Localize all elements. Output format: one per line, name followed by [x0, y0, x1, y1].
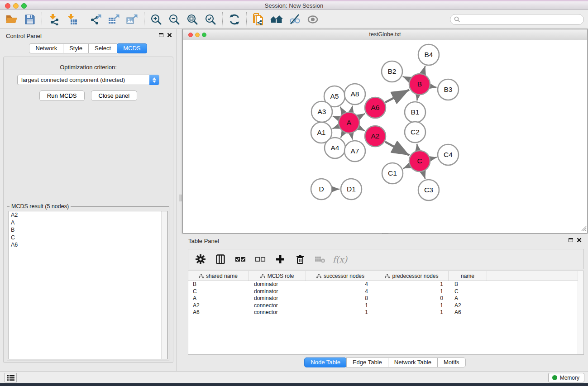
graph-node-A8[interactable]: A8 [344, 84, 365, 105]
table-cell[interactable]: B [449, 281, 487, 288]
home-layout-icon[interactable] [268, 11, 286, 28]
edge-C-C1[interactable] [403, 166, 409, 168]
vertical-splitter-handle[interactable] [179, 195, 182, 201]
column-header-MCDS-role[interactable]: MCDS role [249, 271, 306, 281]
table-cell[interactable]: 1 [306, 309, 375, 316]
zoom-in-icon[interactable] [147, 11, 165, 28]
result-scrollbar[interactable] [161, 211, 167, 359]
edge-A-A8[interactable] [351, 105, 353, 111]
graph-node-C4[interactable]: C4 [438, 144, 459, 165]
graph-node-A4[interactable]: A4 [325, 138, 345, 158]
tab-mcds[interactable]: MCDS [117, 43, 147, 53]
import-table-icon[interactable] [63, 11, 81, 28]
task-history-button[interactable] [5, 373, 17, 382]
graph-node-D[interactable]: D [311, 179, 332, 200]
graph-node-D1[interactable]: D1 [341, 179, 362, 200]
column-header-name[interactable]: name [449, 271, 487, 281]
table-row[interactable]: A2connector11A2 [188, 302, 583, 310]
tab-network[interactable]: Network [29, 43, 63, 53]
edge-A-A3[interactable] [333, 116, 339, 119]
table-cell[interactable]: 8 [306, 295, 375, 302]
edge-A-A1[interactable] [332, 126, 338, 129]
tab-style[interactable]: Style [63, 43, 89, 53]
table-cell[interactable]: 1 [375, 309, 449, 316]
edge-A6-B[interactable] [385, 90, 409, 102]
table-cell[interactable]: 1 [306, 302, 375, 310]
column-header-successor-nodes[interactable]: successor nodes [306, 271, 375, 281]
export-table-icon[interactable] [105, 11, 123, 28]
graph-node-A2[interactable]: A2 [365, 126, 386, 147]
graph-node-A[interactable]: A [339, 112, 359, 133]
export-network-icon[interactable] [87, 11, 105, 28]
memory-button[interactable]: Memory [548, 373, 584, 382]
edge-B-B4[interactable] [423, 66, 425, 73]
tab-select[interactable]: Select [88, 43, 117, 53]
table-cell[interactable]: dominator [249, 295, 306, 302]
graph-node-A6[interactable]: A6 [365, 97, 386, 118]
refresh-icon[interactable] [225, 11, 244, 28]
zoom-selected-icon[interactable] [201, 11, 220, 28]
edge-A-A7[interactable] [351, 133, 353, 139]
table-row[interactable]: A6connector11A6 [188, 309, 583, 316]
graph-node-C[interactable]: C [409, 151, 430, 172]
add-row-icon[interactable] [272, 252, 288, 267]
edge-B-B3[interactable] [431, 86, 437, 87]
table-cell[interactable]: connector [249, 302, 306, 310]
table-cell[interactable]: 1 [375, 288, 449, 295]
edge-C-C4[interactable] [430, 157, 436, 159]
resize-grip-icon[interactable] [581, 225, 587, 233]
graph-node-B3[interactable]: B3 [438, 79, 459, 100]
edge-A-A5[interactable] [340, 107, 344, 113]
table-cell[interactable]: 1 [375, 281, 449, 288]
tab-node-table[interactable]: Node Table [304, 357, 347, 367]
result-list-item[interactable]: A2 [9, 211, 167, 219]
graph-node-A7[interactable]: A7 [344, 141, 365, 162]
network-canvas[interactable]: B4B2BB3B1A5A8A6A3AA1C2A2A4A7C4CC1C3DD1 [183, 40, 587, 233]
graph-node-C3[interactable]: C3 [418, 180, 439, 200]
result-list-item[interactable]: B [9, 226, 167, 234]
table-cell[interactable]: A [188, 295, 249, 302]
graph-node-B2[interactable]: B2 [382, 61, 402, 82]
edge-A-A4[interactable] [341, 133, 344, 138]
table-cell[interactable]: 4 [306, 281, 375, 288]
column-header-shared-name[interactable]: shared name [188, 271, 249, 281]
node-table[interactable]: shared nameMCDS rolesuccessor nodesprede… [188, 271, 584, 355]
edge-A2-C[interactable] [385, 142, 410, 155]
search-field[interactable] [450, 14, 584, 25]
table-cell[interactable]: A2 [449, 302, 487, 310]
float-panel-icon[interactable] [569, 238, 573, 242]
table-cell[interactable]: dominator [249, 288, 306, 295]
mcds-result-list[interactable]: A2ABCA6 [9, 211, 167, 359]
graph-node-B4[interactable]: B4 [418, 44, 439, 65]
delete-row-icon[interactable] [292, 252, 308, 267]
deselect-all-icon[interactable] [253, 252, 268, 267]
zoom-fit-icon[interactable] [183, 11, 201, 28]
network-window-titlebar[interactable]: testGlobe.txt [183, 29, 587, 40]
zoom-out-icon[interactable] [165, 11, 183, 28]
search-input[interactable] [460, 16, 583, 23]
table-cell[interactable]: dominator [249, 281, 306, 288]
select-stepper-icon[interactable] [149, 75, 159, 85]
close-panel-button[interactable]: Close panel [91, 91, 138, 101]
graph-node-B[interactable]: B [409, 74, 430, 95]
table-row[interactable]: Bdominator41B [188, 281, 583, 288]
column-header-predecessor-nodes[interactable]: predecessor nodes [375, 271, 449, 281]
table-cell[interactable]: connector [249, 309, 306, 316]
select-all-icon[interactable] [233, 252, 248, 267]
graph-node-B1[interactable]: B1 [405, 102, 425, 123]
run-mcds-button[interactable]: Run MCDS [39, 91, 85, 101]
table-cell[interactable]: A6 [188, 309, 249, 316]
table-row[interactable]: Cdominator41C [188, 288, 583, 295]
graph-node-A3[interactable]: A3 [311, 101, 332, 122]
table-cell[interactable]: 1 [375, 302, 449, 310]
table-cell[interactable]: 0 [375, 295, 449, 302]
graph-node-C2[interactable]: C2 [405, 122, 425, 143]
table-cell[interactable]: C [188, 288, 249, 295]
hide-glasses-icon[interactable] [286, 11, 304, 28]
table-cell[interactable]: A2 [188, 302, 249, 310]
table-cell[interactable]: B [188, 281, 249, 288]
result-list-item[interactable]: C [9, 234, 167, 242]
edge-B-B1[interactable] [417, 95, 418, 101]
export-image-icon[interactable] [123, 11, 141, 28]
close-panel-icon[interactable] [577, 238, 582, 243]
